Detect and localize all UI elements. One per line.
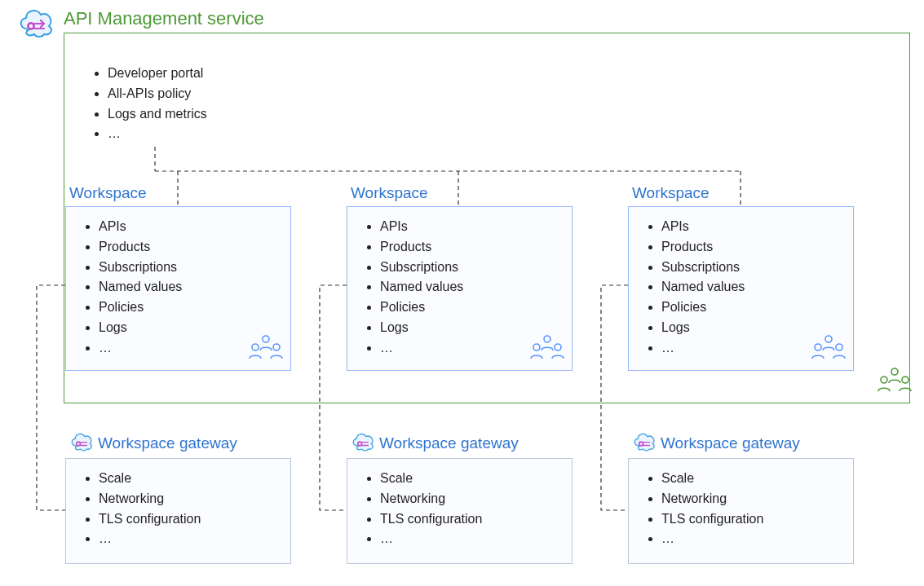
diagram-canvas: API Management service Developer portal … [0, 0, 924, 586]
service-item: All-APIs policy [108, 84, 207, 104]
gateway-bullets: Scale Networking TLS configuration … [66, 459, 290, 549]
gateway-box: Scale Networking TLS configuration … [628, 458, 854, 564]
svg-point-10 [815, 344, 821, 350]
users-icon [877, 365, 913, 398]
gateway-icon [348, 427, 378, 460]
svg-point-9 [825, 336, 832, 342]
workspace-item: Named values [99, 277, 290, 297]
gateway-item: … [99, 529, 290, 549]
workspace-box: APIs Products Subscriptions Named values… [65, 206, 291, 371]
svg-point-4 [252, 344, 259, 350]
svg-point-8 [555, 344, 561, 350]
gateway-icon [630, 427, 659, 460]
gateway-item: … [661, 529, 853, 549]
gateway-bullets: Scale Networking TLS configuration … [629, 459, 853, 549]
svg-point-13 [881, 377, 887, 383]
gateway-item: Networking [380, 489, 572, 509]
gateway-item: TLS configuration [99, 509, 290, 530]
workspace-box: APIs Products Subscriptions Named values… [628, 206, 854, 371]
gateway-box: Scale Networking TLS configuration … [347, 458, 573, 564]
gateway-icon [67, 427, 96, 460]
workspace-title: Workspace [632, 184, 710, 202]
gateway-item: Scale [380, 469, 572, 489]
service-bullets: Developer portal All-APIs policy Logs an… [88, 64, 207, 144]
apim-service-icon [13, 0, 59, 49]
workspace-item: Products [661, 237, 853, 258]
workspace-item: Products [99, 237, 290, 258]
svg-point-11 [836, 344, 842, 350]
workspace-box: APIs Products Subscriptions Named values… [347, 206, 573, 371]
workspace-item: Subscriptions [661, 258, 853, 278]
users-icon [529, 333, 565, 365]
workspace-item: Named values [661, 277, 853, 297]
workspace-title: Workspace [69, 184, 147, 202]
users-icon [811, 333, 847, 365]
gateway-title: Workspace gateway [379, 434, 519, 452]
gateway-bullets: Scale Networking TLS configuration … [347, 459, 572, 549]
gateway-item: TLS configuration [380, 509, 572, 530]
svg-point-16 [77, 443, 80, 445]
workspace-item: Subscriptions [380, 258, 572, 278]
gateway-item: Networking [99, 489, 290, 509]
workspace-title: Workspace [351, 184, 428, 202]
users-icon [248, 333, 284, 365]
gateway-item: Networking [661, 489, 853, 509]
svg-point-5 [273, 344, 280, 350]
workspace-item: Subscriptions [99, 258, 290, 278]
gateway-item: Scale [661, 469, 853, 489]
service-item: … [108, 124, 207, 144]
workspace-item: APIs [99, 217, 290, 237]
service-item: Developer portal [108, 64, 207, 84]
gateway-title: Workspace gateway [661, 434, 800, 452]
svg-point-1 [29, 24, 33, 28]
svg-point-20 [640, 443, 643, 445]
svg-point-6 [544, 336, 550, 342]
workspace-item: APIs [380, 217, 572, 237]
gateway-title: Workspace gateway [98, 434, 237, 452]
gateway-item: … [380, 529, 572, 549]
svg-point-14 [902, 377, 909, 383]
workspace-item: Products [380, 237, 572, 258]
workspace-item: Policies [380, 297, 572, 318]
workspace-item: Policies [661, 297, 853, 318]
service-title: API Management service [64, 8, 264, 29]
workspace-item: Policies [99, 297, 290, 318]
workspace-item: APIs [661, 217, 853, 237]
svg-point-12 [891, 368, 898, 375]
service-item: Logs and metrics [108, 104, 207, 125]
svg-point-18 [359, 443, 361, 445]
gateway-item: TLS configuration [661, 509, 853, 530]
gateway-box: Scale Networking TLS configuration … [65, 458, 291, 564]
gateway-item: Scale [99, 469, 290, 489]
svg-point-7 [533, 344, 540, 350]
workspace-item: Named values [380, 277, 572, 297]
svg-point-3 [263, 336, 269, 342]
